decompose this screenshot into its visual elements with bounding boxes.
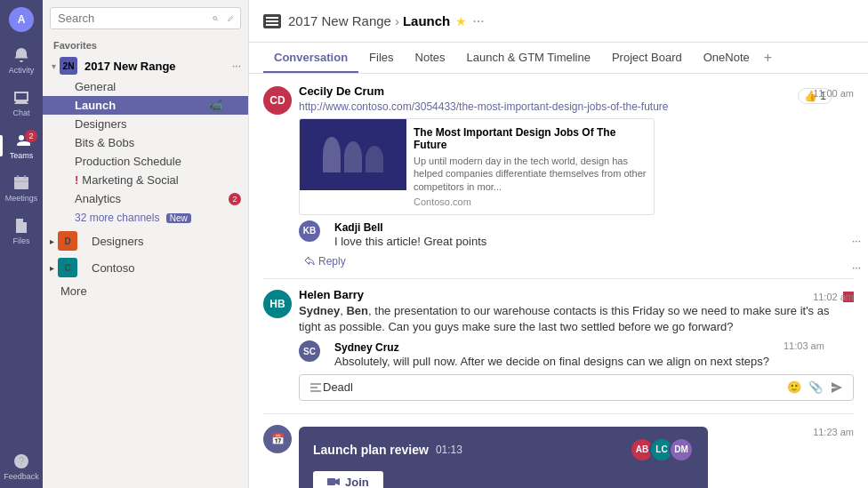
reply-row: SC Sydney Cruz Absolutely, will pull now… (299, 340, 854, 370)
avatar: HB (263, 290, 292, 318)
meeting-title: Launch plan review (313, 443, 429, 457)
channel-label-launch: Launch (75, 99, 116, 112)
search-input[interactable] (58, 12, 207, 25)
chevron-icon: ▸ (50, 236, 54, 246)
reply-row: KB Kadji Bell I love this article! Great… (299, 220, 854, 250)
tab-project-board[interactable]: Project Board (601, 44, 693, 73)
team-section-contoso[interactable]: ▸ C Contoso ··· (43, 254, 248, 281)
msg-separator (263, 413, 854, 414)
meeting-card-header: Launch plan review 01:13 AB LC DM (313, 437, 694, 462)
channel-item-designers[interactable]: Designers (43, 115, 248, 133)
msg-sender: Cecily De Crum (299, 84, 384, 98)
msg-link[interactable]: http://www.contoso.com/3054433/the-most-… (299, 100, 669, 113)
msg-separator (263, 278, 854, 279)
reply-timestamp: 11:03 am (784, 340, 824, 351)
msg-content: Launch plan review 01:13 AB LC DM Join (299, 423, 854, 488)
team-name-2017: 2017 New Range (84, 60, 241, 73)
channel-item-production[interactable]: Production Schedule (43, 152, 248, 171)
add-tab-button[interactable]: + (760, 43, 776, 73)
tab-notes[interactable]: Notes (405, 44, 456, 73)
sidebar: Favorites ▾ 2N 2017 New Range ··· Genera… (43, 0, 249, 488)
team-avatar-2017: 2N (60, 57, 77, 75)
video-icon (327, 477, 340, 486)
msg-header: Cecily De Crum (299, 84, 854, 98)
svg-rect-10 (266, 24, 278, 26)
favorite-star-icon[interactable]: ★ (455, 14, 467, 28)
avatar: SC (299, 340, 320, 362)
messages-area: CD Cecily De Crum http://www.contoso.com… (249, 74, 868, 488)
team-section-designers[interactable]: ▸ D Designers ··· (43, 228, 248, 254)
more-link[interactable]: More (43, 281, 248, 301)
team-label-designers: Designers (92, 235, 144, 248)
team-item-2017-new-range[interactable]: ▾ 2N 2017 New Range ··· (43, 54, 248, 77)
teams-label: Teams (10, 151, 34, 160)
team-icon (263, 14, 281, 28)
tab-conversation[interactable]: Conversation (263, 44, 358, 73)
join-meeting-button[interactable]: Join (313, 471, 383, 488)
search-bar-container (50, 7, 241, 29)
svg-point-6 (213, 16, 217, 20)
more-channels-link[interactable]: 32 more channels New (43, 208, 248, 228)
compose-icon[interactable] (228, 12, 234, 25)
msg-content: Cecily De Crum http://www.contoso.com/30… (299, 84, 854, 269)
reply-label: Reply (318, 255, 346, 268)
compose-icons: 🙂 📎 (787, 380, 844, 395)
meeting-duration: 01:13 (436, 444, 462, 456)
sidebar-item-feedback[interactable]: ? Feedback (0, 445, 43, 488)
reply-button[interactable]: Reply (299, 253, 351, 269)
team-options-icon[interactable]: ··· (232, 60, 241, 72)
search-icon (213, 12, 219, 25)
message-row: HB Helen Barry Sydney, Ben, the presenta… (249, 284, 868, 408)
sidebar-item-teams[interactable]: 2 Teams (0, 124, 43, 167)
channel-item-marketing[interactable]: ! Marketing & Social (43, 171, 248, 189)
format-icon[interactable] (309, 380, 323, 395)
tab-launch-gtm[interactable]: Launch & GTM Timeline (456, 44, 601, 73)
emoji-icon[interactable]: 🙂 (787, 380, 801, 394)
link-card-title: The Most Important Design Jobs Of The Fu… (414, 126, 647, 151)
files-label: Files (12, 236, 29, 245)
channel-label-bits-bobs: Bits & Bobs (75, 136, 134, 149)
msg-timestamp: 11:00 am (813, 88, 854, 99)
avatar: KB (299, 220, 320, 242)
msg-timestamp: 11:23 am (813, 427, 854, 437)
reply-sender: Kadji Bell (334, 221, 383, 234)
breadcrumb-chevron: › (395, 13, 399, 28)
tab-files[interactable]: Files (358, 44, 404, 73)
meetings-label: Meetings (5, 194, 38, 203)
feedback-label: Feedback (4, 472, 39, 481)
tab-onenote[interactable]: OneNote (693, 44, 760, 73)
user-avatar[interactable]: A (9, 7, 34, 32)
channel-item-bits-bobs[interactable]: Bits & Bobs (43, 133, 248, 152)
message-row: 📅 Launch plan review 01:13 AB LC DM (249, 420, 868, 488)
svg-rect-9 (266, 20, 278, 22)
breadcrumb: 2017 New Range › Launch (288, 13, 450, 28)
msg-timestamp: 11:02 am (813, 292, 854, 302)
sidebar-item-files[interactable]: Files (0, 210, 43, 252)
send-icon[interactable] (830, 380, 844, 395)
sidebar-content: Favorites ▾ 2N 2017 New Range ··· Genera… (43, 33, 248, 488)
channel-item-analytics[interactable]: Analytics 2 (43, 189, 248, 208)
teams-badge: 2 (25, 130, 37, 142)
team-avatar-designers: D (58, 231, 77, 251)
channel-item-general[interactable]: General (43, 77, 248, 96)
icon-bar-bottom: ? Feedback (0, 445, 43, 488)
reply-text: I love this article! Great points (334, 234, 486, 250)
reply-sender: Sydney Cruz (334, 341, 399, 354)
compose-input[interactable] (323, 380, 787, 394)
sidebar-item-chat[interactable]: Chat (0, 82, 43, 124)
sidebar-item-meetings[interactable]: Meetings (0, 167, 43, 210)
sidebar-item-activity[interactable]: Activity (0, 39, 43, 82)
svg-line-7 (216, 19, 218, 20)
exclamation-icon: ! (75, 173, 78, 187)
meeting-avatars: AB LC DM (635, 437, 694, 462)
reply-text: Absolutely, will pull now. After we deci… (334, 354, 769, 370)
header-ellipsis-icon[interactable]: ··· (472, 13, 484, 29)
channel-item-launch[interactable]: Launch 📹 (43, 96, 248, 115)
attachment-icon[interactable]: 📎 (808, 380, 823, 394)
avatar: CD (263, 86, 292, 115)
channel-label-production: Production Schedule (75, 155, 181, 168)
breadcrumb-parent[interactable]: 2017 New Range (288, 13, 391, 28)
channel-label-analytics: Analytics (75, 192, 241, 205)
svg-rect-11 (327, 478, 335, 485)
meeting-participant-avatar: DM (669, 437, 694, 462)
